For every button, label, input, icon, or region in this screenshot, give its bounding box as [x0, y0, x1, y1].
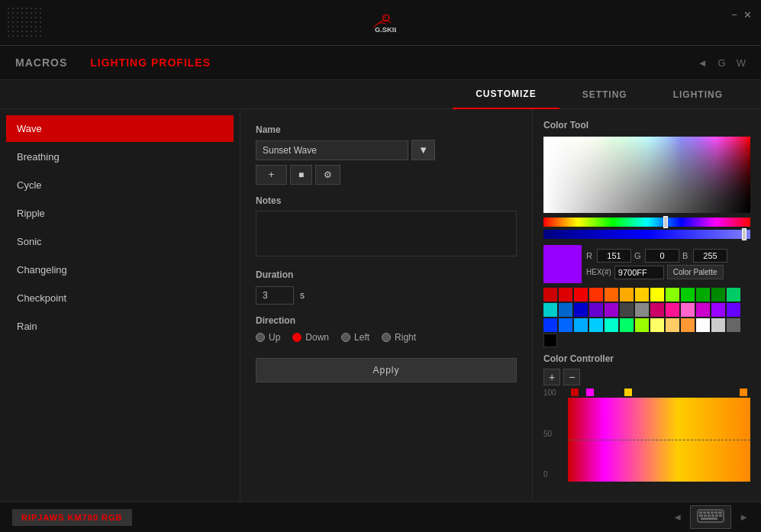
swatch[interactable]: [666, 303, 679, 317]
effect-sonic[interactable]: Sonic: [6, 228, 234, 255]
swatch[interactable]: [559, 318, 572, 332]
add-stop-button[interactable]: +: [543, 369, 560, 385]
tab-setting[interactable]: SETTING: [559, 80, 650, 109]
radio-up[interactable]: [256, 333, 265, 342]
name-dropdown[interactable]: Sunset Wave: [256, 140, 408, 160]
swatch[interactable]: [589, 288, 603, 301]
swatch[interactable]: [635, 318, 649, 332]
nav-arrow-icon[interactable]: ◄: [698, 57, 708, 69]
duration-section: Duration s: [256, 269, 517, 305]
direction-down[interactable]: Down: [292, 332, 329, 343]
direction-left[interactable]: Left: [341, 332, 369, 343]
window-controls[interactable]: − ✕: [731, 9, 752, 21]
direction-options: Up Down Left Right: [256, 332, 517, 343]
swatch[interactable]: [543, 334, 557, 347]
swatch[interactable]: [620, 288, 634, 301]
effect-ripple[interactable]: Ripple: [6, 200, 234, 227]
close-button[interactable]: ✕: [743, 9, 752, 21]
swatch[interactable]: [559, 303, 572, 317]
swatch[interactable]: [681, 318, 695, 332]
tab-lighting[interactable]: LIGHTING: [650, 80, 746, 109]
remove-stop-button[interactable]: −: [563, 369, 580, 385]
radio-left[interactable]: [341, 333, 350, 342]
apply-button[interactable]: Apply: [256, 358, 517, 382]
g-input[interactable]: [645, 249, 679, 263]
swatch[interactable]: [666, 318, 679, 332]
radio-right[interactable]: [382, 333, 391, 342]
swatch[interactable]: [650, 288, 664, 301]
stop-marker-1[interactable]: [571, 389, 579, 396]
swatch[interactable]: [543, 303, 557, 317]
swatch[interactable]: [696, 288, 710, 301]
swatch[interactable]: [605, 288, 618, 301]
swatch[interactable]: [574, 303, 588, 317]
effect-cycle[interactable]: Cycle: [6, 172, 234, 198]
dropdown-arrow-btn[interactable]: ▼: [411, 140, 435, 160]
radio-down[interactable]: [292, 333, 301, 342]
nav-next-button[interactable]: ►: [739, 511, 749, 523]
r-input[interactable]: [597, 249, 631, 263]
minimize-button[interactable]: −: [731, 9, 737, 21]
hue-slider[interactable]: [543, 218, 750, 227]
swatch[interactable]: [574, 288, 588, 301]
swatch[interactable]: [574, 318, 588, 332]
name-section: Name Sunset Wave ▼ + ■ ⚙: [256, 124, 517, 185]
direction-right[interactable]: Right: [382, 332, 416, 343]
svg-point-1: [384, 16, 385, 18]
swatch[interactable]: [635, 288, 649, 301]
effect-wave[interactable]: Wave: [6, 115, 234, 142]
stop-marker-2[interactable]: [586, 389, 594, 396]
notes-input[interactable]: [256, 211, 517, 256]
svg-rect-9: [718, 511, 722, 514]
hex-input[interactable]: [614, 266, 664, 279]
swatch[interactable]: [559, 288, 572, 301]
swatch[interactable]: [589, 303, 603, 317]
b-input[interactable]: [693, 249, 727, 263]
palette-button[interactable]: Color Palette: [667, 265, 724, 279]
swatch[interactable]: [711, 303, 725, 317]
svg-rect-5: [703, 511, 706, 514]
nav-w-icon[interactable]: W: [737, 57, 746, 69]
swatch[interactable]: [727, 318, 740, 332]
stop-marker-4[interactable]: [740, 389, 747, 396]
swatch[interactable]: [696, 318, 710, 332]
swatch[interactable]: [543, 318, 557, 332]
swatch[interactable]: [711, 318, 725, 332]
swatch[interactable]: [543, 288, 557, 301]
main-content: Wave Breathing Cycle Ripple Sonic Change…: [0, 109, 761, 501]
swatch[interactable]: [696, 303, 710, 317]
stop-marker-3[interactable]: [624, 389, 632, 396]
swatch[interactable]: [650, 303, 664, 317]
brightness-slider[interactable]: [543, 230, 750, 239]
nav-g-icon[interactable]: G: [718, 57, 726, 69]
tab-customize[interactable]: CUSTOMIZE: [453, 80, 559, 109]
effect-checkpoint[interactable]: Checkpoint: [6, 285, 234, 311]
settings-profile-button[interactable]: ⚙: [315, 165, 340, 185]
effect-breathing[interactable]: Breathing: [6, 143, 234, 170]
effect-changeling[interactable]: Changeling: [6, 256, 234, 283]
nav-lighting-profiles[interactable]: LIGHTING PROFILES: [90, 56, 211, 69]
nav-prev-button[interactable]: ◄: [672, 511, 682, 523]
swatch[interactable]: [620, 318, 634, 332]
swatch[interactable]: [681, 288, 695, 301]
swatch[interactable]: [589, 318, 603, 332]
svg-rect-12: [708, 514, 711, 517]
swatch[interactable]: [681, 303, 695, 317]
swatch[interactable]: [666, 288, 679, 301]
duration-input[interactable]: [256, 286, 294, 305]
color-gradient-picker[interactable]: [543, 137, 750, 213]
swatch[interactable]: [650, 318, 664, 332]
add-profile-button[interactable]: +: [256, 165, 287, 185]
swatch[interactable]: [620, 303, 634, 317]
swatch[interactable]: [635, 303, 649, 317]
delete-profile-button[interactable]: ■: [290, 165, 312, 185]
gradient-display[interactable]: [568, 398, 750, 482]
swatch[interactable]: [605, 303, 618, 317]
swatch[interactable]: [727, 288, 740, 301]
direction-up[interactable]: Up: [256, 332, 280, 343]
effect-rain[interactable]: Rain: [6, 313, 234, 340]
swatch[interactable]: [727, 303, 740, 317]
swatch[interactable]: [605, 318, 618, 332]
nav-macros[interactable]: MACROS: [15, 56, 67, 69]
swatch[interactable]: [711, 288, 725, 301]
